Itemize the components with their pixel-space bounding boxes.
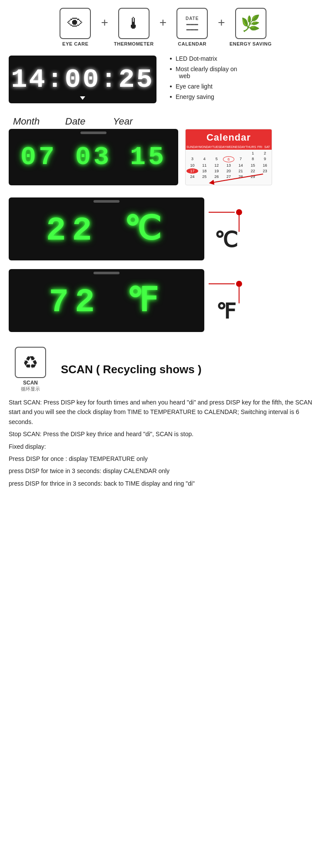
calendar-section: Month Date Year 07 03 15 Calendar SUNDAY… (0, 112, 326, 193)
svg-line-0 (211, 174, 263, 183)
plus-3: + (216, 16, 226, 30)
icon-eye-care: 👁 EYE CARE (51, 8, 99, 46)
desc-para3: Fixed display: (9, 442, 317, 451)
icon-energy: 🌿 ENERGY SAVING (227, 8, 275, 46)
temp-c-value: 22 ℃ (46, 209, 167, 250)
desc-para2: Stop SCAN: Press the DISP key thrice and… (9, 429, 317, 439)
led-date-text: 07 03 15 (20, 142, 166, 172)
clock-section: 14:00:25 LED Dot-matrix Most clearly dis… (0, 51, 326, 112)
cal-card-title: Calendar (186, 129, 272, 145)
feature-3: Eye care light (170, 83, 317, 90)
temp-f-annotation: ℉ (209, 279, 243, 322)
calendar-label: CALENDAR (178, 41, 206, 46)
temp-f-value: 72 ℉ (49, 280, 164, 321)
clock-features: LED Dot-matrix Most clearly display on w… (165, 55, 317, 104)
calendar-labels: Month Date Year (9, 116, 317, 127)
temp-c-row: 22 ℃ ℃ (9, 197, 317, 260)
features-list: LED Dot-matrix Most clearly display on w… (170, 55, 317, 100)
month-label: Month (13, 116, 65, 127)
date-label: Date (65, 116, 113, 127)
plus-2: + (158, 16, 168, 30)
led-calendar-display: 07 03 15 (9, 129, 178, 185)
desc-para6: press DISP for thrice in 3 seconds: back… (9, 479, 317, 488)
cal-card-days: SUNDAYMONDAYTUESDAYWEDNESDAYTHURSFRISAT (186, 145, 272, 150)
clock-display: 14:00:25 (9, 56, 156, 103)
clock-triangle (80, 96, 85, 100)
thermometer-label: THERMOMETER (114, 41, 154, 46)
temp-c-section: 22 ℃ ℃ (0, 193, 326, 260)
scan-title: SCAN ( Recycling shows ) (61, 363, 202, 376)
desc-para1: Start SCAN: Press DISP key for fourth ti… (9, 398, 317, 427)
scan-icon-block: ♻ SCAN 循环显示 (9, 347, 52, 392)
svg-point-2 (236, 209, 242, 215)
clock-time: 14:00:25 (11, 64, 154, 95)
calendar-card: Calendar SUNDAYMONDAYTUESDAYWEDNESDAYTHU… (185, 129, 272, 185)
energy-label: ENERGY SAVING (230, 41, 272, 46)
description-section: Start SCAN: Press DISP key for fourth ti… (0, 394, 326, 504)
cal-arrow-svg (186, 172, 272, 185)
year-label: Year (113, 116, 156, 127)
icon-calendar: DATE ▬▬▬ ▬▬▬ CALENDAR (168, 8, 216, 46)
temp-f-display: 72 ℉ (9, 269, 204, 332)
calendar-icon-box: DATE ▬▬▬ ▬▬▬ (176, 8, 208, 39)
scan-section: ♻ SCAN 循环显示 SCAN ( Recycling shows ) (0, 342, 326, 394)
temp-c-display: 22 ℃ (9, 197, 204, 260)
temp-f-symbol: ℉ (216, 301, 236, 322)
temp-c-annotation: ℃ (209, 208, 243, 250)
feature-1: LED Dot-matrix (170, 55, 317, 62)
temp-f-row: 72 ℉ ℉ (9, 269, 317, 332)
scan-icon-box: ♻ (15, 347, 46, 378)
scan-sublabel: 循环显示 (21, 386, 40, 392)
temp-c-symbol: ℃ (214, 230, 238, 250)
calendar-row: 07 03 15 Calendar SUNDAYMONDAYTUESDAYWED… (9, 129, 317, 185)
energy-icon-box: 🌿 (235, 8, 266, 39)
top-icons-row: 👁 EYE CARE + 🌡 THERMOMETER + DATE ▬▬▬ ▬▬… (0, 0, 326, 51)
eye-care-icon-box: 👁 (60, 8, 91, 39)
desc-para5: press DISP for twice in 3 seconds: displ… (9, 466, 317, 476)
feature-2: Most clearly display on web (170, 66, 317, 79)
plus-1: + (99, 16, 110, 30)
feature-4: Energy saving (170, 93, 317, 100)
temp-f-section: 72 ℉ ℉ (0, 265, 326, 342)
scan-label: SCAN (23, 380, 38, 386)
thermometer-icon-box: 🌡 (118, 8, 150, 39)
icon-thermometer: 🌡 THERMOMETER (110, 8, 158, 46)
eye-care-label: EYE CARE (62, 41, 88, 46)
svg-point-5 (236, 281, 242, 287)
desc-para4: Press DISP for once : display TEMPERATUR… (9, 454, 317, 464)
